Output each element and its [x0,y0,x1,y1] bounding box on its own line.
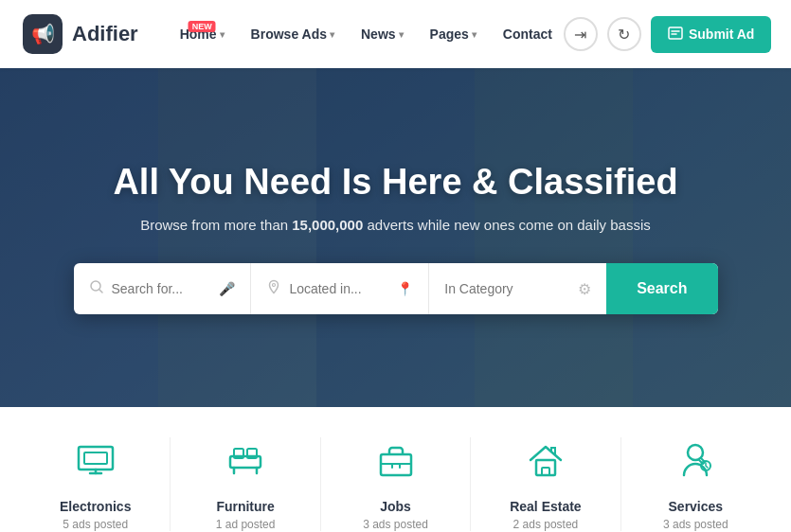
search-location-input[interactable] [289,281,389,296]
nav-label-pages: Pages [430,27,469,42]
logo[interactable]: 📢 Adifier [23,14,138,54]
real-estate-icon [523,437,568,489]
chevron-down-icon: ▾ [220,29,225,40]
logo-text: Adifier [72,22,138,46]
refresh-icon: ↻ [618,26,630,44]
category-icon: ⚙ [578,280,591,298]
hero-content: All You Need Is Here & Classified Browse… [0,161,791,315]
search-category-input[interactable] [444,281,570,296]
nav-item-home[interactable]: NEW Home ▾ [169,19,236,49]
category-services[interactable]: Services 3 ads posted [623,437,768,531]
category-jobs-count: 3 ads posted [363,518,428,531]
divider [620,437,621,531]
category-furniture-name: Furniture [216,499,274,514]
hero-title: All You Need Is Here & Classified [19,161,772,204]
hero-section: All You Need Is Here & Classified Browse… [0,68,791,407]
electronics-icon [73,437,118,489]
services-icon [673,437,718,489]
category-services-name: Services [669,499,724,514]
hero-subtitle-suffix: adverts while new ones come on daily bas… [363,217,651,233]
submit-ad-label: Submit Ad [689,27,754,42]
location-icon [266,279,281,298]
category-jobs[interactable]: Jobs 3 ads posted [323,437,468,531]
nav-links: NEW Home ▾ Browse Ads ▾ News ▾ Pages ▾ C… [169,19,564,49]
category-real-estate-name: Real Estate [510,499,581,514]
nav-label-browse-ads: Browse Ads [251,27,327,42]
category-furniture[interactable]: Furniture 1 ad posted [172,437,317,531]
category-furniture-count: 1 ad posted [216,518,276,531]
category-electronics-count: 5 ads posted [63,518,128,531]
nav-item-news[interactable]: News ▾ [350,19,415,49]
category-jobs-name: Jobs [380,499,411,514]
login-button[interactable]: ⇥ [564,17,598,51]
search-keyword-input[interactable] [112,281,212,296]
nav-item-contact[interactable]: Contact [492,19,564,49]
svg-point-2 [273,284,276,287]
svg-rect-4 [84,452,107,464]
search-keyword-field[interactable]: 🎤 [74,263,252,314]
search-bar: 🎤 📍 ⚙ Search [74,263,718,314]
category-real-estate[interactable]: Real Estate 2 ads posted [473,437,618,531]
search-category-field[interactable]: ⚙ [429,263,606,314]
nav-badge-new: NEW [189,21,216,32]
hero-subtitle-bold: 15,000,000 [292,217,363,233]
hero-subtitle-prefix: Browse from more than [140,217,292,233]
megaphone-icon: 📢 [31,23,55,45]
location-pin-icon: 📍 [397,281,413,296]
chevron-down-icon: ▾ [472,29,476,40]
category-real-estate-count: 2 ads posted [513,518,579,531]
nav-item-browse-ads[interactable]: Browse Ads ▾ [240,19,346,49]
jobs-icon [373,437,419,489]
nav-label-news: News [361,27,396,42]
category-electronics-name: Electronics [60,499,131,514]
categories-section: Electronics 5 ads posted Furniture 1 ad … [0,407,791,532]
furniture-icon [223,437,268,489]
refresh-button[interactable]: ↻ [607,17,641,51]
chevron-down-icon: ▾ [330,29,334,40]
category-electronics[interactable]: Electronics 5 ads posted [23,437,168,531]
category-services-count: 3 ads posted [663,518,728,531]
logo-icon: 📢 [23,14,63,54]
microphone-icon: 🎤 [219,281,235,296]
submit-icon [668,26,683,44]
divider [320,437,321,531]
nav-item-pages[interactable]: Pages ▾ [419,19,488,49]
search-button[interactable]: Search [606,263,717,314]
categories-list: Electronics 5 ads posted Furniture 1 ad … [23,437,768,531]
hero-subtitle: Browse from more than 15,000,000 adverts… [19,217,772,233]
login-icon: ⇥ [574,26,586,44]
divider [170,437,171,531]
chevron-down-icon: ▾ [399,29,404,40]
nav-actions: ⇥ ↻ Submit Ad [564,16,771,53]
search-keyword-icon [89,279,104,298]
submit-ad-button[interactable]: Submit Ad [651,16,771,53]
search-location-field[interactable]: 📍 [251,263,429,314]
svg-rect-0 [669,27,682,39]
divider [470,437,471,531]
navbar: 📢 Adifier NEW Home ▾ Browse Ads ▾ News ▾… [0,0,791,68]
nav-label-contact: Contact [503,27,552,42]
